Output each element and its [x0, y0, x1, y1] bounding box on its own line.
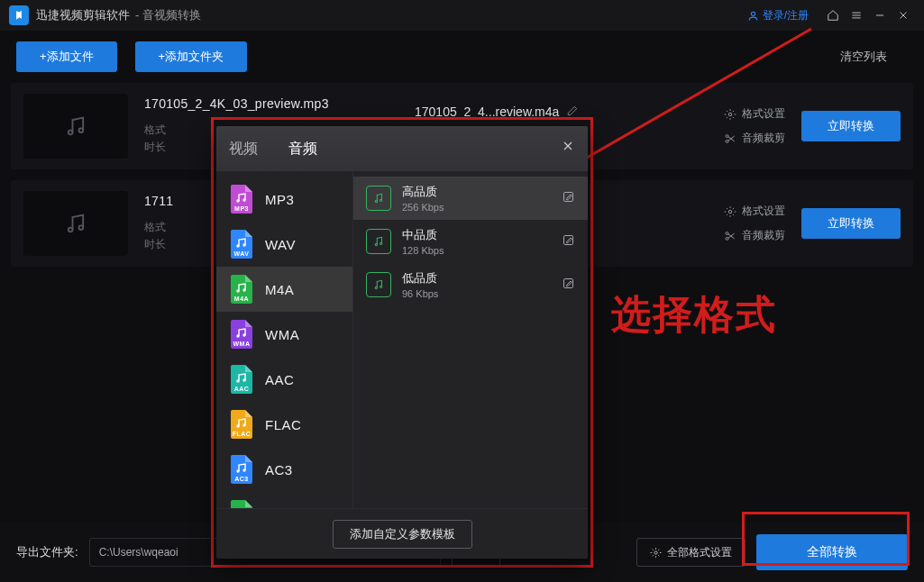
format-popover: 视频 音频 MP3MP3WAVWAVM4AM4AWMAWMAAACAACFLAC… [216, 126, 588, 559]
svg-point-15 [236, 244, 239, 247]
file-name: 170105_2_4K_03_preview.mp3 [144, 96, 415, 111]
svg-point-14 [242, 198, 245, 201]
export-folder-label: 导出文件夹: [16, 544, 78, 560]
file-icon: WMA [229, 320, 254, 349]
edit-quality-icon[interactable] [562, 190, 575, 207]
svg-point-22 [242, 378, 245, 381]
app-root: 迅捷视频剪辑软件 - 音视频转换 登录/注册 +添加文件 +添加文件夹 清空列表… [0, 0, 924, 582]
file-icon: WAV [229, 230, 254, 259]
audio-trim-label: 音频裁剪 [742, 228, 785, 243]
format-settings-link[interactable]: 格式设置 [724, 106, 785, 122]
format-settings-label: 格式设置 [742, 106, 785, 122]
format-label: AC3 [265, 462, 293, 477]
svg-point-18 [242, 288, 245, 291]
all-format-settings-button[interactable]: 全部格式设置 [636, 538, 746, 567]
format-settings-label: 格式设置 [742, 204, 785, 219]
svg-point-2 [79, 128, 84, 132]
svg-point-8 [728, 210, 732, 214]
format-item-flac[interactable]: FLACFLAC [216, 402, 352, 447]
svg-point-3 [728, 113, 732, 116]
minimize-button[interactable] [868, 4, 892, 27]
popover-tabs: 视频 音频 [216, 126, 588, 171]
add-folder-button[interactable]: +添加文件夹 [135, 41, 248, 72]
file-icon: M4A [229, 275, 254, 304]
quality-text: 低品质96 Kbps [402, 270, 438, 299]
music-icon [366, 272, 391, 297]
home-button[interactable] [821, 4, 845, 27]
edit-quality-icon[interactable] [562, 233, 575, 250]
titlebar: 迅捷视频剪辑软件 - 音视频转换 登录/注册 [0, 0, 924, 31]
add-template-button[interactable]: 添加自定义参数模板 [333, 520, 472, 549]
svg-point-26 [242, 468, 245, 471]
svg-point-30 [380, 199, 381, 201]
svg-point-11 [654, 550, 657, 553]
audio-trim-link[interactable]: 音频裁剪 [724, 131, 785, 146]
svg-point-1 [69, 131, 73, 135]
quality-item[interactable]: 中品质128 Kbps [353, 220, 588, 263]
all-format-label: 全部格式设置 [667, 545, 732, 560]
file-icon: FLAC [229, 410, 254, 439]
format-settings-link[interactable]: 格式设置 [724, 204, 785, 219]
file-icon: AAC [229, 365, 254, 394]
format-item-aac[interactable]: AACAAC [216, 357, 352, 402]
audio-trim-label: 音频裁剪 [742, 131, 785, 146]
svg-point-35 [375, 286, 377, 288]
format-label: MP3 [265, 192, 294, 207]
close-icon[interactable] [561, 139, 575, 157]
svg-point-23 [236, 424, 239, 427]
svg-point-19 [236, 334, 239, 337]
svg-point-25 [236, 469, 239, 472]
format-list: MP3MP3WAVWAVM4AM4AWMAWMAAACAACFLACFLACAC… [216, 171, 353, 508]
annotation-rect [742, 512, 910, 566]
close-button[interactable] [892, 4, 915, 27]
svg-point-33 [380, 242, 381, 244]
quality-text: 高品质256 Kbps [402, 184, 444, 213]
svg-point-20 [242, 333, 245, 336]
format-label: FLAC [265, 417, 301, 432]
file-thumbnail [23, 191, 128, 256]
row-ops: 格式设置 音频裁剪 [724, 204, 785, 243]
svg-point-7 [79, 225, 84, 230]
quality-item[interactable]: 低品质96 Kbps [353, 263, 588, 306]
music-icon [366, 186, 391, 211]
format-label: WAV [265, 237, 296, 252]
format-item-ac3[interactable]: AC3AC3 [216, 447, 352, 492]
svg-point-17 [236, 289, 239, 292]
svg-point-13 [236, 199, 239, 202]
format-item-mp3[interactable]: MP3MP3 [216, 177, 352, 222]
file-icon: MP3 [229, 185, 254, 214]
svg-point-21 [236, 379, 239, 382]
format-item-wma[interactable]: WMAWMA [216, 312, 352, 357]
svg-point-24 [242, 423, 245, 426]
svg-point-29 [375, 200, 377, 202]
format-label: WMA [265, 327, 299, 342]
file-thumbnail [23, 94, 128, 159]
add-file-button[interactable]: +添加文件 [16, 41, 117, 72]
svg-point-36 [380, 286, 381, 287]
section-name: - 音视频转换 [135, 7, 201, 23]
row-ops: 格式设置 音频裁剪 [724, 106, 785, 146]
quality-item[interactable]: 高品质256 Kbps [353, 177, 588, 220]
audio-trim-link[interactable]: 音频裁剪 [724, 228, 785, 243]
format-item-wav[interactable]: WAVWAV [216, 222, 352, 267]
app-logo [9, 5, 29, 25]
quality-list: 高品质256 Kbps中品质128 Kbps低品质96 Kbps [353, 171, 588, 508]
annotation-text: 选择格式 [611, 288, 777, 341]
clear-list-button[interactable]: 清空列表 [819, 41, 908, 72]
svg-point-0 [751, 12, 755, 15]
format-item-m4r[interactable]: M4RM4R [216, 492, 352, 508]
format-item-m4a[interactable]: M4AM4A [216, 267, 352, 312]
file-icon: AC3 [229, 455, 254, 484]
svg-point-6 [69, 228, 73, 232]
edit-quality-icon[interactable] [562, 277, 575, 294]
menu-button[interactable] [845, 4, 868, 27]
svg-point-32 [375, 243, 377, 245]
music-icon [366, 229, 391, 254]
tab-video[interactable]: 视频 [229, 140, 258, 159]
convert-button[interactable]: 立即转换 [801, 208, 901, 239]
convert-button[interactable]: 立即转换 [801, 111, 901, 141]
tab-audio[interactable]: 音频 [288, 140, 317, 159]
svg-point-16 [242, 243, 245, 246]
toolbar: +添加文件 +添加文件夹 清空列表 [0, 31, 924, 83]
login-link[interactable]: 登录/注册 [747, 8, 809, 23]
